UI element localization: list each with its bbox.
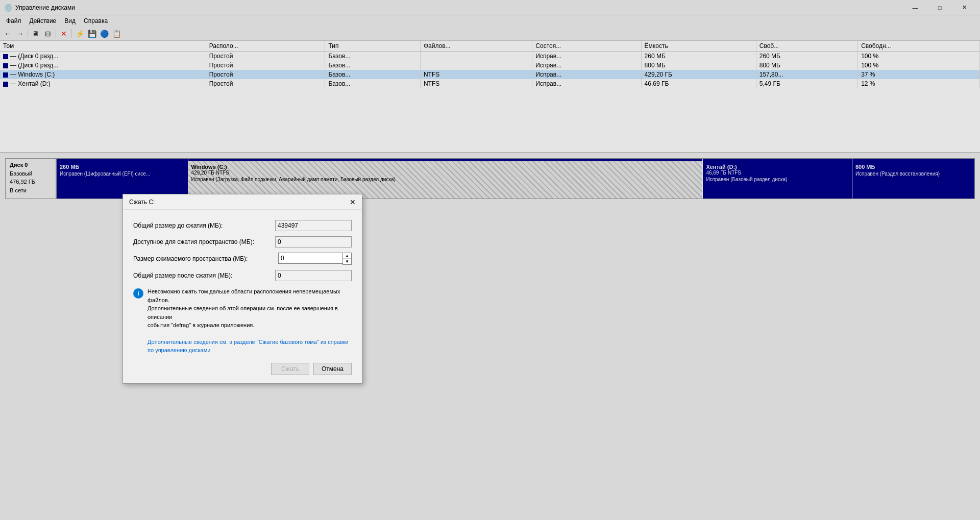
- info-icon: i: [133, 288, 143, 299]
- spinner-down-button[interactable]: ▼: [343, 259, 351, 264]
- field-total-before-input: [275, 220, 352, 231]
- shrink-dialog: Сжать С: ✕ Общий размер до сжатия (МБ): …: [122, 194, 362, 384]
- spinner-buttons: ▲ ▼: [342, 253, 352, 265]
- dialog-footer: Сжать Отмена: [123, 363, 362, 383]
- field-total-after-input: [275, 270, 352, 281]
- field-total-before-label: Общий размер до сжатия (МБ):: [133, 222, 271, 229]
- field-available: Доступное для сжатия пространство (МБ):: [133, 236, 352, 247]
- field-shrink-size-label: Размер сжимаемого пространства (МБ):: [133, 255, 274, 262]
- field-total-after: Общий размер после сжатия (МБ):: [133, 270, 352, 281]
- dialog-body: Общий размер до сжатия (МБ): Доступное д…: [123, 210, 362, 363]
- info-box: i Невозможно сжать том дальше области ра…: [133, 287, 352, 330]
- cancel-button[interactable]: Отмена: [313, 363, 352, 375]
- field-available-label: Доступное для сжатия пространство (МБ):: [133, 238, 271, 245]
- field-total-after-label: Общий размер после сжатия (МБ):: [133, 272, 271, 279]
- dialog-close-button[interactable]: ✕: [348, 197, 358, 207]
- dialog-title: Сжать С:: [129, 199, 155, 206]
- field-available-input: [275, 236, 352, 247]
- info-text: Невозможно сжать том дальше области расп…: [148, 287, 352, 330]
- field-shrink-size: Размер сжимаемого пространства (МБ): ▲ ▼: [133, 253, 352, 265]
- shrink-button[interactable]: Сжать: [271, 363, 309, 375]
- shrink-size-input[interactable]: [278, 253, 342, 264]
- dialog-title-bar: Сжать С: ✕: [123, 194, 362, 210]
- spinner-container: ▲ ▼: [278, 253, 352, 265]
- field-total-before: Общий размер до сжатия (МБ):: [133, 220, 352, 231]
- spinner-up-button[interactable]: ▲: [343, 253, 351, 259]
- info-link[interactable]: Дополнительные сведения см. в разделе "С…: [148, 338, 352, 355]
